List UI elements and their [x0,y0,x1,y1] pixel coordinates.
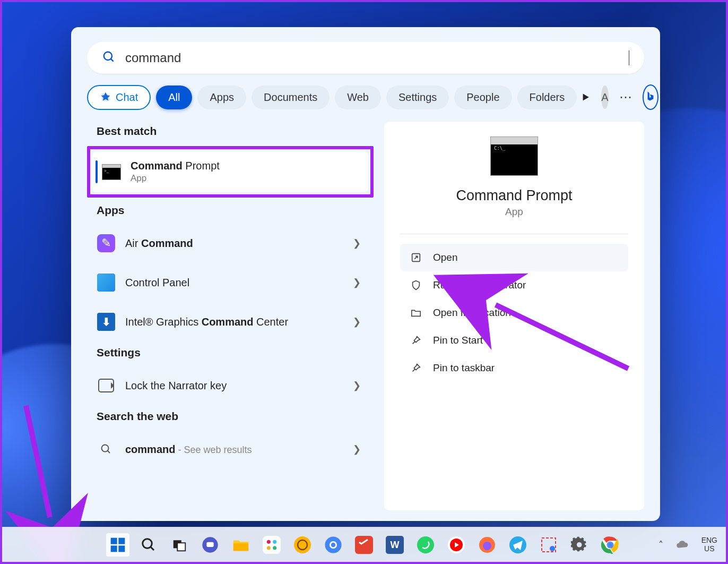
tray-chevron-up-icon[interactable]: ˄ [658,533,663,557]
result-title: Control Panel [125,277,343,289]
svg-point-21 [267,546,271,550]
pin-icon [410,362,422,374]
taskbar-explorer[interactable] [229,533,253,557]
result-title: Lock the Narrator key [125,380,343,392]
svg-rect-18 [263,536,281,554]
taskbar-telegram[interactable] [506,533,530,557]
taskbar-chrome-2[interactable] [599,533,622,557]
account-avatar[interactable]: A [601,86,608,109]
taskbar-chat[interactable] [198,533,222,557]
filters-scroll-right[interactable] [582,88,591,106]
filter-chat-label: Chat [116,91,138,104]
chevron-right-icon: ❯ [353,237,364,249]
svg-point-27 [331,542,336,547]
filter-people[interactable]: People [454,86,512,109]
result-air-command[interactable]: ✎ Air Command ❯ [87,225,374,261]
detail-subtitle: App [505,206,523,218]
search-bar[interactable] [87,42,644,74]
svg-rect-14 [177,543,185,551]
filter-apps[interactable]: Apps [197,86,246,109]
svg-rect-17 [233,543,248,551]
text-caret [629,50,629,65]
action-pin-taskbar[interactable]: Pin to taskbar [400,354,628,382]
action-label: Open [433,252,457,263]
section-apps: Apps [87,201,374,222]
taskbar-chrome[interactable] [322,533,345,557]
result-subtitle: App [131,173,359,184]
search-input[interactable] [125,50,619,65]
taskbar-todoist[interactable] [352,533,376,557]
result-title: Intel® Graphics Command Center [125,316,343,328]
svg-point-23 [294,536,311,553]
result-web-search[interactable]: command - See web results ❯ [87,431,374,467]
air-command-icon: ✎ [97,234,116,253]
svg-line-12 [151,546,154,550]
result-intel-graphics[interactable]: ⬇ Intel® Graphics Command Center ❯ [87,304,374,340]
taskbar: W ˄ ENGUS [2,527,726,562]
filter-settings[interactable]: Settings [386,86,449,109]
svg-point-0 [104,52,112,60]
folder-icon [410,306,422,319]
taskbar-word[interactable]: W [383,533,406,557]
language-indicator[interactable]: ENGUS [701,536,717,553]
taskbar-snip[interactable] [537,533,560,557]
action-label: Pin to taskbar [433,362,495,374]
svg-point-42 [608,542,612,547]
filter-web-label: Web [347,91,369,104]
action-pin-start[interactable]: Pin to Start [400,327,628,354]
chevron-right-icon: ❯ [353,380,364,391]
filter-people-label: People [466,91,499,104]
search-panel: Chat All Apps Documents Web Settings Peo… [71,27,660,521]
action-open[interactable]: Open [400,244,628,271]
taskbar-app-1[interactable] [291,533,314,557]
more-options[interactable]: ⋯ [614,90,637,105]
action-label: Open file location [433,307,511,319]
filter-folders[interactable]: Folders [517,86,577,109]
taskbar-search[interactable] [137,533,160,557]
filter-settings-label: Settings [398,91,437,104]
filter-documents[interactable]: Documents [252,86,330,109]
taskbar-slack[interactable] [260,533,283,557]
start-button[interactable] [106,533,129,557]
detail-app-icon [490,136,538,176]
result-narrator-lock[interactable]: Lock the Narrator key ❯ [87,368,374,404]
section-best-match: Best match [87,122,374,143]
bing-chat-icon[interactable] [643,84,658,110]
action-open-location[interactable]: Open file location [400,299,628,327]
narrator-icon [97,376,116,395]
taskbar-firefox[interactable] [475,533,499,557]
svg-rect-16 [206,542,213,546]
filter-row: Chat All Apps Documents Web Settings Peo… [87,84,644,110]
search-icon [102,50,116,66]
command-prompt-icon [102,163,121,182]
filter-web[interactable]: Web [335,86,381,109]
taskbar-settings[interactable] [568,533,591,557]
taskbar-youtube[interactable] [445,533,468,557]
result-control-panel[interactable]: Control Panel ❯ [87,264,374,301]
search-icon [97,440,116,459]
tray-onedrive-icon[interactable] [671,533,694,557]
svg-rect-9 [111,545,117,552]
svg-rect-7 [111,537,117,544]
filter-all-label: All [168,91,180,104]
svg-rect-8 [118,537,125,544]
filter-all[interactable]: All [156,86,192,109]
taskbar-whatsapp[interactable] [414,533,437,557]
action-run-admin[interactable]: Run as administrator [400,271,628,299]
shield-icon [410,279,422,292]
result-command-prompt[interactable]: Command Prompt App [92,151,368,192]
account-initial: A [601,91,608,104]
svg-point-22 [273,546,276,550]
result-title: Command Prompt [131,160,359,172]
taskbar-taskview[interactable] [168,533,191,557]
result-title: Air Command [125,237,343,250]
detail-panel: Command Prompt App Open Run as administr… [384,122,644,510]
svg-point-35 [483,542,491,550]
results-column: Best match Command Prompt App Apps ✎ Air… [87,122,374,510]
filter-folders-label: Folders [530,91,565,104]
divider [400,234,628,234]
filter-chat[interactable]: Chat [87,85,151,110]
svg-text:W: W [391,540,400,550]
section-search-web: Search the web [87,407,374,428]
svg-point-2 [102,445,109,452]
